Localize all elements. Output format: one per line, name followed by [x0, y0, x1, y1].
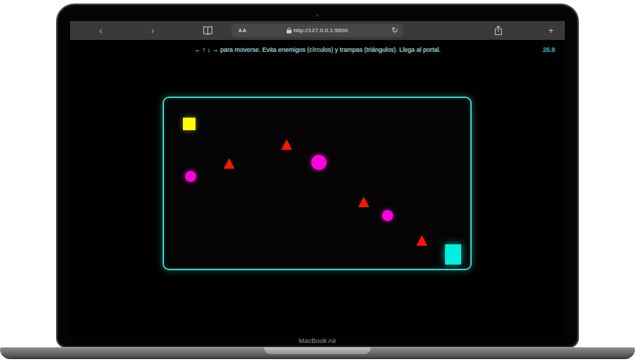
enemy-circle	[311, 155, 327, 170]
stage: ‹ › AA http://127.0.0.1:550	[0, 0, 635, 364]
laptop-screen: ‹ › AA http://127.0.0.1:550	[70, 21, 565, 337]
new-tab-button[interactable]: +	[545, 21, 557, 40]
player-square	[183, 118, 196, 130]
portal-square	[445, 244, 461, 265]
enemy-circle	[382, 210, 393, 221]
instructions-text: ← ↑ ↓ → para moverse. Evita enemigos (cí…	[70, 46, 565, 53]
model-label: MacBook Air	[57, 337, 578, 344]
lock-icon	[287, 27, 292, 34]
url-text: http://127.0.0.1:5500	[294, 27, 348, 34]
webcam-icon	[316, 14, 319, 17]
laptop-lid: ‹ › AA http://127.0.0.1:550	[56, 4, 579, 348]
sidebar-book-icon[interactable]	[201, 21, 214, 40]
share-icon[interactable]	[493, 21, 504, 40]
forward-button[interactable]: ›	[147, 21, 158, 40]
reader-aa-button[interactable]: AA	[238, 27, 247, 34]
browser-toolbar: ‹ › AA http://127.0.0.1:550	[70, 21, 565, 40]
trap-triangle	[281, 139, 292, 150]
trap-triangle	[416, 235, 428, 246]
url-display: http://127.0.0.1:5500	[287, 27, 348, 34]
game-arena[interactable]	[163, 97, 472, 270]
lid-opening-notch	[264, 347, 371, 354]
refresh-icon[interactable]: ↻	[392, 26, 398, 35]
address-bar[interactable]: AA http://127.0.0.1:5500 ↻	[231, 24, 403, 37]
page-content: ← ↑ ↓ → para moverse. Evita enemigos (cí…	[70, 40, 565, 337]
enemy-circle	[185, 171, 196, 182]
back-button[interactable]: ‹	[95, 21, 107, 40]
trap-triangle	[224, 158, 235, 169]
timer-value: 26.8	[542, 46, 555, 53]
trap-triangle	[358, 197, 369, 207]
laptop-base	[0, 347, 635, 359]
game-hud: ← ↑ ↓ → para moverse. Evita enemigos (cí…	[70, 46, 565, 56]
